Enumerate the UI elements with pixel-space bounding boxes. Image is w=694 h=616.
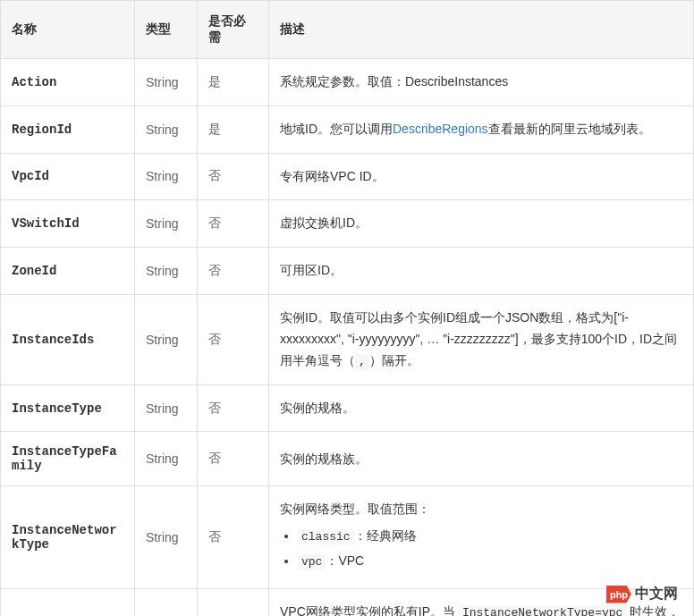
- watermark: php 中文网: [606, 585, 678, 603]
- desc-code: classic: [298, 529, 354, 544]
- param-name: ZoneId: [1, 248, 135, 295]
- desc-text: 虚拟交换机ID。: [280, 215, 368, 230]
- param-type: String: [135, 384, 198, 432]
- table-header-row: 名称 类型 是否必需 描述: [1, 1, 694, 59]
- param-type: String: [135, 486, 198, 589]
- param-required: 否: [198, 248, 269, 295]
- table-row: InstanceIdsString否实例ID。取值可以由多个实例ID组成一个JS…: [1, 294, 694, 384]
- desc-link[interactable]: DescribeRegions: [393, 122, 488, 136]
- param-required: 否: [198, 200, 269, 248]
- desc-list-item: classic：经典网络: [298, 526, 682, 547]
- param-name: InstanceNetworkType: [1, 486, 135, 589]
- desc-text: 可用区ID。: [280, 263, 343, 277]
- param-description: 实例网络类型。取值范围：classic：经典网络vpc：VPC: [269, 486, 694, 589]
- params-table: 名称 类型 是否必需 描述 ActionString是系统规定参数。取值：Des…: [0, 0, 694, 616]
- param-type: String: [135, 248, 198, 295]
- param-name: VpcId: [1, 153, 135, 200]
- desc-text: ）隔开。: [369, 353, 419, 367]
- header-description: 描述: [269, 1, 694, 59]
- desc-list-item: vpc：VPC: [298, 551, 682, 572]
- param-description: 实例的规格族。: [269, 432, 694, 486]
- desc-code: InstanceNetworkType=vpc: [459, 605, 626, 616]
- table-row: ActionString是系统规定参数。取值：DescribeInstances: [1, 59, 694, 106]
- desc-text: 系统规定参数。取值：DescribeInstances: [280, 74, 508, 89]
- table-row: ZoneIdString否可用区ID。: [1, 248, 694, 295]
- param-required: 否: [198, 153, 269, 200]
- param-required: 否: [198, 294, 269, 384]
- table-row: RegionIdString是地域ID。您可以调用DescribeRegions…: [1, 105, 694, 153]
- param-description: 虚拟交换机ID。: [269, 200, 694, 248]
- table-row: VpcIdString否专有网络VPC ID。: [1, 153, 694, 200]
- param-name: Action: [1, 59, 135, 106]
- param-type: String: [135, 105, 198, 153]
- desc-text: VPC网络类型实例的私有IP。当: [280, 604, 459, 616]
- desc-text: 地域ID。您可以调用: [280, 122, 393, 136]
- param-required: 否: [198, 384, 269, 432]
- param-description: 实例的规格。: [269, 384, 694, 432]
- param-name: RegionId: [1, 105, 135, 153]
- header-required: 是否必需: [198, 1, 269, 59]
- param-required: 是: [198, 59, 269, 106]
- table-row: PrivateIpAddressesString否VPC网络类型实例的私有IP。…: [1, 589, 694, 616]
- desc-text: ：VPC: [326, 553, 364, 568]
- param-required: 是: [198, 105, 269, 153]
- desc-text: 实例网络类型。取值范围：: [280, 499, 682, 520]
- desc-text: ：经典网络: [354, 528, 417, 543]
- header-type: 类型: [135, 1, 198, 59]
- param-type: String: [135, 294, 198, 384]
- watermark-text: 中文网: [635, 585, 678, 603]
- param-name: InstanceType: [1, 384, 135, 432]
- desc-text: 实例ID。取值可以由多个实例ID组成一个JSON数组，格式为["i-xxxxxx…: [280, 310, 677, 367]
- param-type: String: [135, 153, 198, 200]
- param-required: 否: [198, 589, 269, 616]
- watermark-logo-icon: php: [606, 586, 631, 603]
- param-name: VSwitchId: [1, 200, 135, 248]
- param-description: 地域ID。您可以调用DescribeRegions查看最新的阿里云地域列表。: [269, 105, 694, 153]
- desc-code: ,: [355, 354, 369, 369]
- desc-text: 专有网络VPC ID。: [280, 169, 385, 183]
- desc-list: classic：经典网络vpc：VPC: [298, 526, 682, 572]
- param-type: String: [135, 59, 198, 106]
- table-row: InstanceTypeString否实例的规格。: [1, 384, 694, 432]
- desc-text: 实例的规格。: [280, 401, 355, 415]
- param-description: 系统规定参数。取值：DescribeInstances: [269, 59, 694, 106]
- param-name: PrivateIpAddresses: [1, 589, 135, 616]
- param-type: String: [135, 200, 198, 248]
- param-description: 实例ID。取值可以由多个实例ID组成一个JSON数组，格式为["i-xxxxxx…: [269, 294, 694, 384]
- param-required: 否: [198, 432, 269, 486]
- table-row: InstanceTypeFamilyString否实例的规格族。: [1, 432, 694, 486]
- param-description: 可用区ID。: [269, 248, 694, 295]
- table-row: VSwitchIdString否虚拟交换机ID。: [1, 200, 694, 248]
- param-type: String: [135, 432, 198, 486]
- table-row: InstanceNetworkTypeString否实例网络类型。取值范围：cl…: [1, 486, 694, 589]
- param-description: 专有网络VPC ID。: [269, 153, 694, 200]
- param-name: InstanceTypeFamily: [1, 432, 135, 486]
- desc-text: 实例的规格族。: [280, 451, 368, 466]
- header-name: 名称: [1, 1, 135, 59]
- desc-text: 查看最新的阿里云地域列表。: [488, 122, 651, 136]
- param-required: 否: [198, 486, 269, 589]
- desc-code: vpc: [298, 554, 326, 570]
- param-name: InstanceIds: [1, 294, 135, 384]
- param-type: String: [135, 589, 198, 616]
